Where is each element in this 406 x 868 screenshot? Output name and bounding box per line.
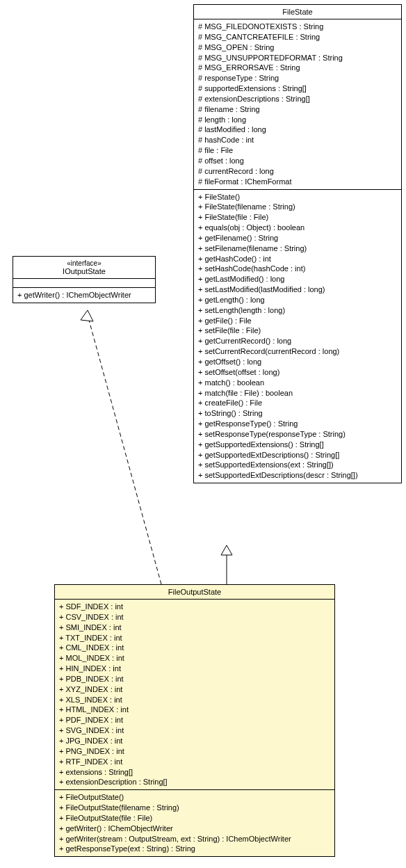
method-row: + getWriter() : IChemObjectWriter: [59, 823, 330, 834]
attribute-row: # MSG_ERRORSAVE : String: [198, 63, 397, 73]
attribute-row: + CSV_INDEX : int: [59, 612, 330, 622]
method-row: + getResponseType(ext : String) : String: [59, 844, 330, 854]
method-row: + FileOutputState(): [59, 792, 330, 803]
attribute-row: # MSG_UNSUPPORTEDFORMAT : String: [198, 53, 397, 63]
attribute-row: # responseType : String: [198, 73, 397, 83]
class-title: FileState: [194, 5, 401, 19]
method-row: + FileState(): [198, 192, 397, 202]
attribute-row: + MOL_INDEX : int: [59, 653, 330, 664]
attribute-row: + extensionDescription : String[]: [59, 777, 330, 787]
class-name: IOutputState: [17, 267, 151, 275]
method-row: + createFile() : File: [198, 398, 397, 408]
attributes-compartment: [13, 279, 155, 288]
methods-compartment: + getWriter() : IChemObjectWriter: [13, 288, 155, 303]
method-row: + setSupportedExtensions(ext : String[]): [198, 460, 397, 470]
interface-ioutputstate: «interface» IOutputState + getWriter() :…: [13, 256, 156, 303]
svg-line-0: [88, 315, 161, 584]
class-fileoutputstate: FileOutputState + SDF_INDEX : int+ CSV_I…: [54, 584, 335, 857]
methods-compartment: + FileState()+ FileState(filename : Stri…: [194, 190, 401, 483]
svg-marker-1: [81, 310, 93, 321]
attribute-row: + PDF_INDEX : int: [59, 715, 330, 725]
method-row: + FileOutputState(file : File): [59, 813, 330, 823]
method-row: + equals(obj : Object) : boolean: [198, 223, 397, 233]
attribute-row: # MSG_FILEDONOTEXISTS : String: [198, 22, 397, 32]
method-row: + getHashCode() : int: [198, 254, 397, 264]
attribute-row: # lastModified : long: [198, 124, 397, 135]
class-name: FileState: [282, 8, 312, 16]
method-row: + getSupportedExtensions() : String[]: [198, 440, 397, 450]
attribute-row: + HTML_INDEX : int: [59, 705, 330, 715]
method-row: + getResponseType() : String: [198, 419, 397, 429]
method-row: + setFilename(filename : String): [198, 243, 397, 254]
attribute-row: # offset : long: [198, 156, 397, 166]
method-row: + setLength(length : long): [198, 305, 397, 316]
class-name: FileOutputState: [168, 588, 221, 596]
method-row: + getFilename() : String: [198, 233, 397, 243]
methods-compartment: + FileOutputState()+ FileOutputState(fil…: [55, 790, 334, 856]
attribute-row: + XYZ_INDEX : int: [59, 684, 330, 695]
attribute-row: + RTF_INDEX : int: [59, 757, 330, 767]
method-row: + setFile(file : File): [198, 326, 397, 336]
attribute-row: # filename : String: [198, 104, 397, 115]
method-row: + match() : boolean: [198, 378, 397, 388]
method-row: + setHashCode(hashCode : int): [198, 264, 397, 274]
attribute-row: + SMI_INDEX : int: [59, 622, 330, 633]
attribute-row: # length : long: [198, 115, 397, 125]
attribute-row: + TXT_INDEX : int: [59, 633, 330, 643]
method-row: + FileState(file : File): [198, 212, 397, 223]
method-row: + setCurrentRecord(currentRecord : long): [198, 346, 397, 357]
method-row: + match(file : File) : boolean: [198, 388, 397, 399]
attribute-row: + JPG_INDEX : int: [59, 736, 330, 746]
attribute-row: + PDB_INDEX : int: [59, 674, 330, 684]
method-row: + setLastModified(lastModified : long): [198, 284, 397, 295]
attribute-row: # file : File: [198, 145, 397, 156]
attribute-row: + HIN_INDEX : int: [59, 664, 330, 674]
attribute-row: + XLS_INDEX : int: [59, 695, 330, 705]
attributes-compartment: + SDF_INDEX : int+ CSV_INDEX : int+ SMI_…: [55, 600, 334, 790]
attribute-row: # MSG_CANTCREATEFILE : String: [198, 32, 397, 42]
attribute-row: # MSG_OPEN : String: [198, 42, 397, 53]
attribute-row: + CML_INDEX : int: [59, 643, 330, 653]
attribute-row: # hashCode : int: [198, 135, 397, 145]
method-row: + setResponseType(responseType : String): [198, 429, 397, 440]
method-row: + getFile() : File: [198, 316, 397, 326]
svg-marker-3: [221, 545, 232, 555]
attribute-row: # extensionDescriptions : String[]: [198, 94, 397, 104]
method-row: + setSupportedExtDescriptions(descr : St…: [198, 470, 397, 481]
attribute-row: # currentRecord : long: [198, 166, 397, 177]
method-row: + getWriter() : IChemObjectWriter: [17, 290, 151, 300]
attribute-row: + PNG_INDEX : int: [59, 746, 330, 757]
method-row: + toString() : String: [198, 408, 397, 419]
stereotype-label: «interface»: [17, 259, 151, 267]
attribute-row: # fileFormat : IChemFormat: [198, 177, 397, 187]
attribute-row: + extensions : String[]: [59, 767, 330, 778]
method-row: + getSupportedExtDescriptions() : String…: [198, 450, 397, 460]
method-row: + getOffset() : long: [198, 357, 397, 367]
method-row: + getLastModified() : long: [198, 274, 397, 284]
class-title: FileOutputState: [55, 585, 334, 600]
class-title: «interface» IOutputState: [13, 257, 155, 279]
method-row: + FileOutputState(filename : String): [59, 803, 330, 813]
attributes-compartment: # MSG_FILEDONOTEXISTS : String# MSG_CANT…: [194, 19, 401, 190]
method-row: + getWriter(stream : OutputStream, ext :…: [59, 834, 330, 844]
attribute-row: + SDF_INDEX : int: [59, 602, 330, 612]
method-row: + setOffset(offset : long): [198, 367, 397, 378]
attribute-row: + SVG_INDEX : int: [59, 725, 330, 736]
method-row: + getCurrentRecord() : long: [198, 336, 397, 346]
class-filestate: FileState # MSG_FILEDONOTEXISTS : String…: [193, 4, 402, 483]
method-row: + FileState(filename : String): [198, 202, 397, 212]
attribute-row: # supportedExtensions : String[]: [198, 83, 397, 94]
method-row: + getLength() : long: [198, 295, 397, 305]
